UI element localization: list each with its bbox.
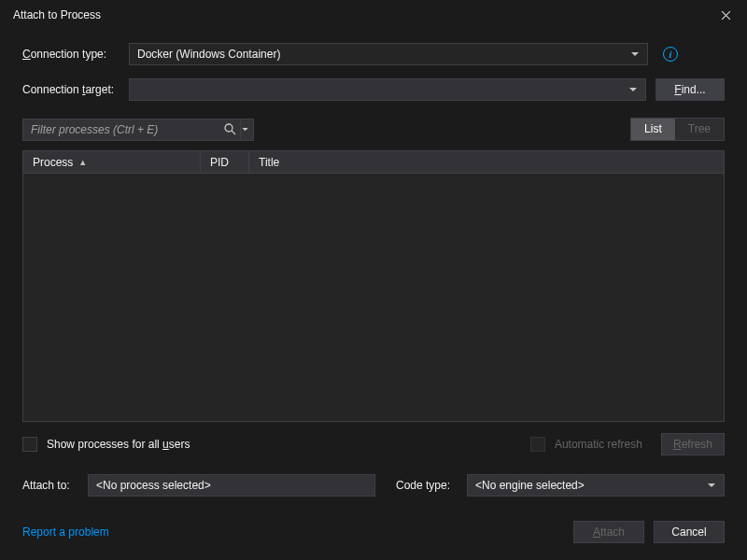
code-type-value: <No engine selected> — [475, 479, 705, 492]
column-header-pid[interactable]: PID — [201, 151, 249, 173]
column-process-label: Process — [33, 156, 73, 169]
view-toggle-group: List Tree — [630, 118, 725, 141]
sort-asc-icon: ▲ — [78, 158, 87, 167]
chevron-down-icon — [628, 52, 641, 57]
close-button[interactable] — [710, 4, 741, 26]
dialog-title: Attach to Process — [13, 8, 101, 21]
grid-body[interactable] — [23, 174, 724, 421]
filter-input-wrap[interactable] — [22, 119, 254, 141]
automatic-refresh-checkbox — [530, 437, 545, 452]
attach-to-label: Attach to: — [22, 479, 78, 492]
tree-toggle[interactable]: Tree — [675, 119, 724, 140]
report-problem-link[interactable]: Report a problem — [22, 525, 109, 539]
chevron-down-icon — [705, 483, 718, 488]
attach-to-process-dialog: Attach to Process Connection type: Docke… — [0, 0, 747, 560]
process-grid: Process ▲ PID Title — [22, 150, 725, 422]
connection-target-dropdown[interactable] — [129, 78, 646, 101]
find-button[interactable]: Find... — [655, 78, 725, 101]
svg-point-0 — [225, 124, 233, 132]
show-all-users-label: Show processes for all users — [47, 438, 190, 451]
titlebar: Attach to Process — [0, 0, 747, 30]
column-header-title[interactable]: Title — [249, 151, 724, 173]
search-icon — [221, 123, 238, 135]
refresh-button: Refresh — [661, 433, 725, 455]
code-type-dropdown[interactable]: <No engine selected> — [467, 474, 725, 497]
show-all-users-checkbox[interactable] — [22, 437, 37, 452]
attach-to-field: <No process selected> — [88, 474, 375, 497]
close-icon — [721, 10, 731, 21]
grid-header: Process ▲ PID Title — [23, 151, 724, 174]
code-type-label: Code type: — [396, 479, 458, 492]
connection-type-label: Connection type: — [22, 48, 120, 61]
column-header-process[interactable]: Process ▲ — [23, 151, 201, 173]
cancel-button[interactable]: Cancel — [654, 521, 725, 543]
automatic-refresh-label: Automatic refresh — [555, 438, 642, 451]
chevron-down-icon — [627, 88, 640, 92]
info-icon[interactable]: i — [663, 47, 678, 62]
connection-type-dropdown[interactable]: Docker (Windows Container) — [129, 43, 648, 65]
filter-input[interactable] — [31, 123, 221, 136]
attach-button: Attach — [573, 521, 644, 543]
connection-target-label: Connection target: — [22, 83, 120, 96]
list-toggle[interactable]: List — [631, 119, 675, 140]
filter-split-arrow[interactable] — [240, 119, 249, 140]
connection-type-value: Docker (Windows Container) — [137, 48, 628, 61]
